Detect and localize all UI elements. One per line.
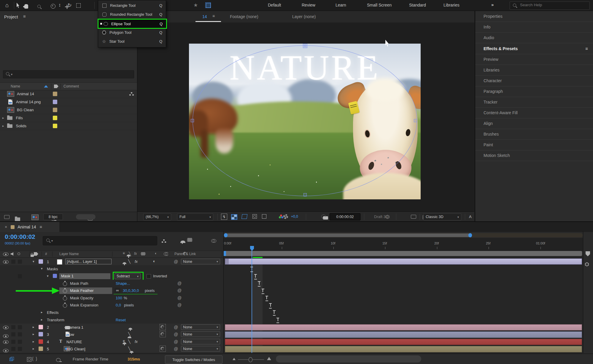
work-area-start-handle[interactable] [223,251,226,256]
visibility-eye-icon[interactable] [3,326,9,329]
visibility-eye-icon[interactable] [3,260,9,264]
playhead-line[interactable] [252,250,252,353]
mask-handle-left[interactable] [191,119,194,122]
layer-label-chip[interactable] [39,332,43,336]
parent-pickwhip-icon[interactable]: @ [174,259,178,264]
panel-menu-icon[interactable]: ≡ [585,46,588,51]
workspace-tab-small-screen[interactable]: Small Screen [367,3,392,7]
work-area-bar[interactable] [223,251,582,256]
bgclean-layer-bar[interactable] [225,346,582,352]
show-snapshot-icon[interactable] [321,214,326,219]
orbit-camera-tool-icon[interactable] [51,4,55,9]
sort-ascending-icon[interactable] [44,85,48,88]
label-color-chip[interactable] [53,108,57,112]
layer-name-column-label[interactable]: Layer Name [59,252,79,256]
footage-tab[interactable]: Footage (none) [230,14,258,19]
adjustment-layer-switch-icon[interactable]: ◐ [153,259,155,263]
column-comment[interactable]: Comment [63,84,79,88]
label-color-chip[interactable] [53,124,57,128]
transparency-grid-icon[interactable] [231,214,237,220]
star-favorite-icon[interactable]: ★ [193,2,198,8]
timeline-track-area[interactable] [223,256,583,354]
timeline-search-box[interactable]: ▾ [43,236,157,245]
layer-name-box[interactable]: [Adjust... Layer 1] [65,259,112,264]
comp-tab-label[interactable]: 14 [202,14,207,19]
dolly-camera-tool-icon[interactable]: ↕ [58,2,61,8]
comp-marker-bin-icon[interactable] [586,251,590,256]
mask-handle-right[interactable] [414,119,417,122]
mask1-row[interactable]: ▾ Mask 1 Subtract▾ Inverted [0,273,223,280]
resolution-dropdown[interactable]: Full▾ [177,213,213,220]
workspace-tab-standard[interactable]: Standard [409,3,426,7]
expand-chevron-icon[interactable]: ▾ [33,260,34,263]
parent-link-column-label[interactable]: Parent & Link [174,252,196,256]
fast-preview-icon[interactable]: ↯ [221,214,227,220]
audio-empty-box[interactable] [11,325,15,329]
exposure-value[interactable]: +0,0 [291,214,298,219]
collapse-chevron-icon[interactable]: ▾ [47,274,49,278]
camera-layer-bar[interactable] [225,324,582,330]
comp-tab-menu-icon[interactable]: ≡ [212,14,215,18]
workspace-overflow-chevron[interactable]: » [491,2,494,7]
mask-path-row[interactable]: Mask Path Shape... @ [0,280,223,287]
sidebar-item-properties[interactable]: Properties [475,11,593,22]
bit-depth-button[interactable]: 8 bpc [43,214,63,220]
viewer-canvas-area[interactable]: NATURE [137,23,474,212]
preview-timecode-box[interactable]: 0:00:00:02 [330,213,360,220]
camera-tool-box[interactable] [160,324,166,330]
sidebar-item-align[interactable]: Align [475,118,593,129]
property-pickwhip-icon[interactable]: @ [177,303,182,307]
parent-dropdown[interactable]: None▾ [181,339,220,344]
visibility-eye-icon[interactable] [3,340,9,344]
workspace-tab-learn[interactable]: Learn [336,3,346,7]
draft-3d-label[interactable]: Draft 3D [374,214,388,219]
layer-name[interactable]: [BG Clean] [66,347,85,351]
threed-switch-box[interactable] [160,346,166,352]
mask-expansion-row[interactable]: Mask Expansion 0,0 pixels @ [0,302,223,309]
layer1-duration-bar[interactable] [225,258,582,265]
magnification-dropdown[interactable]: (66,7%)▾ [143,213,171,220]
workspace-tab-default[interactable]: Default [268,3,281,7]
parent-pickwhip-icon[interactable]: @ [174,325,178,330]
parent-pickwhip-icon[interactable]: @ [174,339,178,344]
project-item-solids[interactable]: ▸ Solids [0,122,137,130]
selection-tool-icon[interactable] [17,3,20,8]
camera-wireframe-icon[interactable] [411,215,416,219]
sidebar-item-tracker[interactable]: Tracker [475,97,593,108]
mask-color-chip[interactable] [53,274,57,278]
label-column-icon[interactable] [54,85,58,88]
frame-blending-icon[interactable] [187,238,193,242]
timeline-nav-scrollbar[interactable] [223,233,583,237]
audio-empty-box[interactable] [11,340,15,344]
property-pickwhip-icon[interactable]: @ [177,288,182,293]
property-value[interactable]: 30,0,30,0 [123,288,139,293]
motion-blur-enable-icon[interactable] [180,241,185,243]
fx-switch-icon[interactable]: fx [135,339,138,344]
project-search-box[interactable]: ▾ [3,70,134,78]
stopwatch-icon[interactable] [63,289,67,293]
expand-layers-icon[interactable] [9,357,14,361]
parent-dropdown[interactable]: None▾ [181,324,220,330]
layer-row-3-cow[interactable]: ▸ 3 Cow ╲ @ None▾ [0,331,223,338]
view-camera-partial-label[interactable]: A [469,214,472,219]
transfer-controls-icon[interactable]: { } [32,356,38,361]
ellipse-mask-outline[interactable] [193,45,417,196]
timeline-tab-menu-icon[interactable]: ≡ [39,225,42,229]
fx-switch-icon[interactable]: fx [135,259,138,264]
collapse-chevron-icon[interactable]: ▸ [41,310,43,314]
audio-empty-box[interactable] [11,332,15,336]
new-composition-icon[interactable] [31,214,39,220]
mask-handle-bottom[interactable] [303,193,307,196]
property-value[interactable]: Shape... [116,281,130,286]
mask-feather-row[interactable]: Mask Feather ∞ 30,0,30,0 pixels @ [0,287,223,295]
comp-mini-flowchart-icon[interactable] [162,239,166,243]
close-icon[interactable]: × [5,225,7,229]
search-options-caret[interactable]: ▾ [51,239,53,242]
project-item-animal14png[interactable]: Animal 14.png [0,98,137,106]
menu-item-star-tool[interactable]: ☆ Star Tool Q [98,37,166,46]
effects-group-row[interactable]: ▸ Effects [0,309,223,317]
project-panel-menu-icon[interactable]: ≡ [23,14,26,19]
parent-dropdown[interactable]: None▾ [181,346,220,352]
transform-reset-link[interactable]: Reset [116,318,126,322]
parent-pickwhip-icon[interactable]: @ [174,332,178,337]
